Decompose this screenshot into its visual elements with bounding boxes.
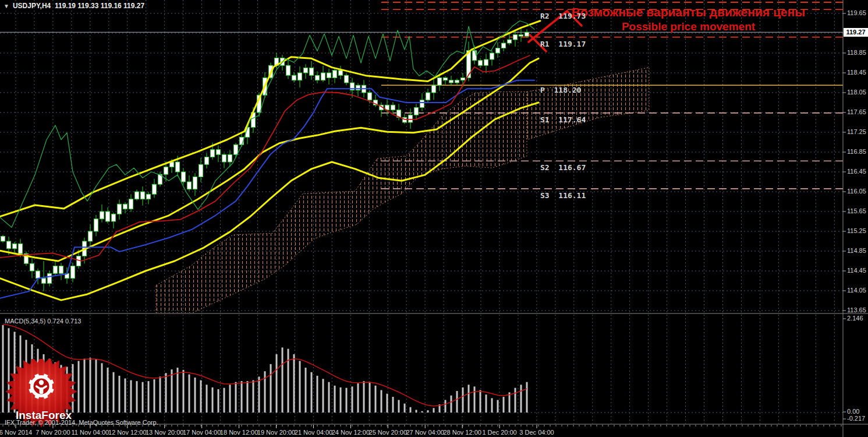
brand-name: InstaForex	[2, 409, 85, 422]
instaforex-star-icon	[2, 359, 85, 437]
chart-canvas[interactable]	[0, 0, 868, 437]
main-panel	[0, 0, 843, 313]
scenario-arrow	[567, 11, 582, 26]
ichimoku-cloud	[156, 91, 527, 313]
current-price-box: 119.27	[844, 28, 868, 37]
macd-panel	[0, 315, 843, 424]
instaforex-watermark: InstaForex	[2, 359, 85, 437]
ichimoku-cloud	[527, 68, 649, 140]
mt4-chart-window: InstaForex ▼USDJPY,H4 119.19 119.33 119.…	[0, 0, 868, 437]
